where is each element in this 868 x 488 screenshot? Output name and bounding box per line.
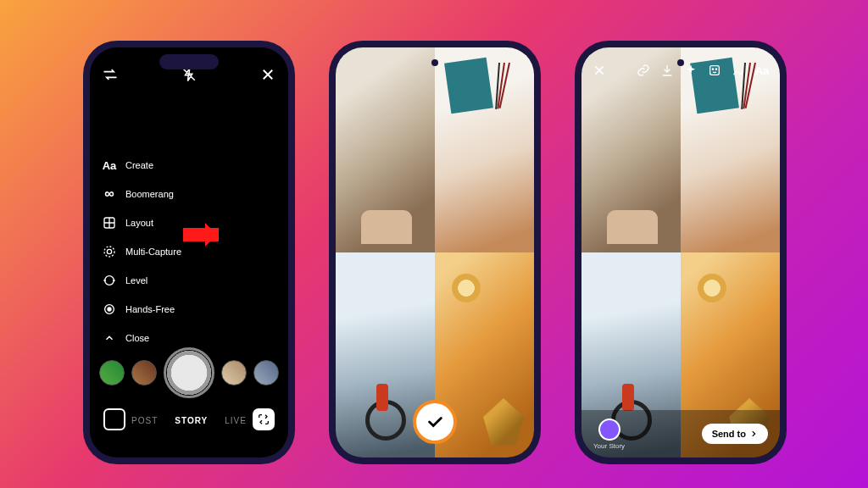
story-preview [581,47,780,458]
your-story-button[interactable]: Your Story [593,419,625,450]
menu-label: Close [125,333,149,343]
svg-point-2 [104,247,114,257]
svg-point-5 [108,308,111,311]
svg-point-8 [715,69,716,69]
collage-cell[interactable] [336,47,435,252]
layout-icon [102,215,117,230]
effect-thumbnail[interactable] [221,360,247,385]
svg-rect-6 [710,66,720,75]
menu-item-multi-capture[interactable]: Multi-Capture [102,244,181,259]
effect-thumbnail[interactable] [253,360,279,385]
menu-label: Layout [125,218,153,228]
menu-item-close[interactable]: Close [102,330,181,346]
menu-item-boomerang[interactable]: Boomerang [102,186,181,202]
menu-label: Multi-Capture [125,247,181,257]
send-to-button[interactable]: Send to [702,424,768,444]
your-story-avatar [598,419,620,441]
gallery-button[interactable] [103,408,125,430]
download-icon[interactable] [659,63,675,78]
menu-label: Hands-Free [125,304,175,314]
chevron-down-icon [102,330,117,346]
menu-label: Level [125,275,147,286]
menu-item-layout[interactable]: Layout [102,215,181,230]
layout-collage [336,47,534,458]
sticker-icon[interactable] [707,63,722,78]
svg-point-3 [105,276,114,286]
swap-icon[interactable] [102,66,119,83]
menu-item-hands-free[interactable]: Hands-Free [102,302,181,317]
mode-live[interactable]: LIVE [225,416,247,425]
multi-capture-icon [102,244,117,259]
collage-cell[interactable] [435,47,534,252]
text-tool-icon[interactable]: Aa [754,63,770,78]
collage-cell[interactable] [581,47,681,252]
link-icon[interactable] [636,63,651,78]
draw-icon[interactable] [731,63,746,78]
switch-camera-button[interactable] [253,408,275,430]
your-story-label: Your Story [593,442,625,450]
infinity-icon [102,186,117,202]
level-icon [102,273,117,288]
confirm-layout-button[interactable] [413,400,457,444]
menu-label: Boomerang [125,189,174,199]
close-icon[interactable] [592,63,607,78]
mode-story[interactable]: STORY [175,416,208,425]
menu-label: Create [125,160,153,170]
camera-mode-menu: Aa Create Boomerang Layout [102,158,181,359]
send-to-label: Send to [712,429,746,439]
effect-thumbnail[interactable] [131,360,157,385]
collage-cell[interactable] [681,47,780,252]
text-icon: Aa [102,158,117,173]
menu-item-level[interactable]: Level [102,273,181,288]
hands-free-icon [102,302,117,317]
story-share-bar: Your Story Send to [581,410,780,458]
tutorial-arrow [183,228,219,241]
svg-point-1 [107,249,111,253]
svg-point-7 [712,69,713,69]
menu-item-create[interactable]: Aa Create [102,158,181,173]
close-icon[interactable] [259,66,276,83]
effect-thumbnail[interactable] [99,360,125,385]
sparkle-icon[interactable] [683,63,698,78]
shutter-button[interactable] [164,347,214,398]
mode-post[interactable]: POST [131,416,158,425]
